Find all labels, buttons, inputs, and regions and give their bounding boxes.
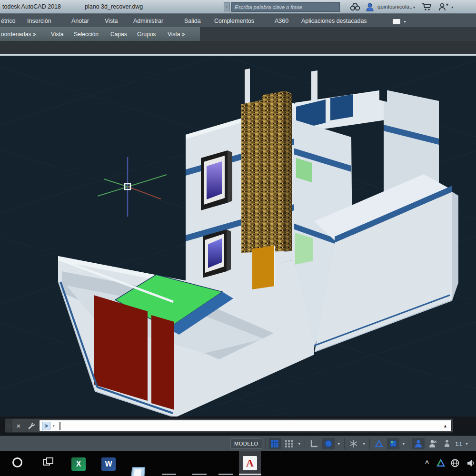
panel-grupos[interactable]: Grupos: [137, 31, 156, 38]
excel-icon[interactable]: X: [71, 457, 86, 471]
command-text-input[interactable]: [59, 421, 458, 431]
word-icon[interactable]: W: [101, 457, 116, 471]
active-app-indicator: [239, 474, 261, 475]
annotation-scale-value[interactable]: 1:1: [456, 441, 462, 446]
tab-salida[interactable]: Salida: [184, 18, 201, 24]
brick-chimney-side-shade: [284, 92, 292, 252]
statusbar-separator: [265, 438, 266, 449]
interior-wall-stub-1: [245, 69, 250, 106]
command-line-strip: :::: × > ▾ ▲: [0, 416, 476, 436]
statusbar-separator: [305, 438, 305, 449]
drawing-viewport[interactable]: [0, 56, 476, 416]
tab-parametrico[interactable]: étrico: [1, 18, 16, 24]
search-expand-button[interactable]: ›: [224, 2, 230, 11]
command-prompt-button[interactable]: >: [42, 422, 50, 430]
tab-a360[interactable]: A360: [275, 18, 288, 24]
house-3d-model[interactable]: [58, 69, 458, 416]
app-title: todesk AutoCAD 2018: [2, 3, 61, 10]
autocad-window: todesk AutoCAD 2018 plano 3d_recover.dwg…: [0, 0, 476, 476]
annotation-autoscale-toggle[interactable]: [426, 438, 439, 449]
panel-capas[interactable]: Capas: [110, 31, 127, 38]
ortho-toggle[interactable]: [308, 438, 320, 449]
command-close-button[interactable]: ×: [12, 419, 25, 432]
username-button[interactable]: quintosnicola..: [377, 4, 413, 10]
ribbon-panel-row: oordenadas » Vista Selección Capas Grupo…: [0, 27, 476, 41]
panel-seleccion[interactable]: Selección: [74, 31, 99, 38]
drive-tray-icon[interactable]: [436, 459, 445, 469]
ribbon-overflow-caret: ▾: [404, 20, 406, 24]
command-history-arrow[interactable]: ▲: [443, 424, 447, 428]
network-globe-icon[interactable]: [450, 458, 460, 470]
search-binoculars-icon[interactable]: [350, 2, 360, 11]
tab-vista[interactable]: Vista: [105, 18, 118, 24]
customize-wrench-icon[interactable]: [25, 419, 37, 432]
tab-complementos[interactable]: Complementos: [214, 18, 254, 24]
crosshair-cursor: [98, 157, 167, 217]
tab-insercion[interactable]: Inserción: [27, 18, 51, 24]
command-line-bar: :::: × > ▾ ▲: [5, 418, 453, 433]
grid-display-toggle[interactable]: [268, 438, 281, 449]
command-input-field[interactable]: > ▾ ▲: [39, 420, 452, 431]
ribbon-display-toggle[interactable]: ▾: [393, 17, 407, 25]
tab-aplicaciones-destacadas[interactable]: Aplicaciones destacadas: [301, 18, 367, 24]
upper-right-wall-notch: [379, 88, 387, 102]
ribbon-tab-row: étrico Inserción Anotar Vista Administra…: [0, 14, 476, 27]
scale-dropdown-caret[interactable]: ▾: [465, 442, 469, 446]
crosshair-y-axis: [98, 175, 167, 196]
share-people-icon[interactable]: [438, 2, 448, 11]
open-app-indicator: [218, 474, 233, 475]
object-snap-3d-toggle[interactable]: [387, 438, 399, 449]
statusbar-separator: [409, 438, 409, 449]
window-lower: [203, 229, 231, 278]
username-dropdown-caret[interactable]: ▾: [413, 5, 415, 10]
ribbon-body-strip: [0, 41, 476, 54]
window-upper-glass: [207, 161, 222, 199]
command-bar-grip[interactable]: ::::: [5, 419, 12, 432]
sign-in-person-icon[interactable]: [365, 2, 375, 11]
crosshair-y-axis-2: [104, 179, 128, 187]
snap-dropdown-caret[interactable]: ▾: [297, 442, 302, 446]
open-app-indicator: [162, 474, 176, 475]
open-app-indicator: [192, 474, 207, 475]
model-space-button[interactable]: MODELO: [230, 438, 262, 449]
text-cursor: [60, 422, 60, 430]
panel-coordenadas[interactable]: oordenadas »: [1, 31, 36, 38]
annotation-scale-icon[interactable]: [441, 438, 453, 449]
tray-expand-chevron[interactable]: ^: [425, 459, 429, 467]
windows-taskbar: X W A ^: [0, 451, 476, 476]
wing-right-edge: [452, 192, 458, 300]
cortana-ring-icon[interactable]: [12, 457, 22, 467]
panel-vista-2[interactable]: Vista »: [168, 31, 185, 38]
maroon-door-1: [94, 295, 148, 401]
viewport-canvas[interactable]: [0, 56, 476, 416]
interior-blue-wall-2: [330, 94, 353, 120]
cart-icon[interactable]: [421, 2, 432, 11]
tab-anotar[interactable]: Anotar: [71, 18, 89, 24]
polar-tracking-toggle[interactable]: [322, 438, 335, 449]
command-dropdown-caret[interactable]: ▾: [53, 424, 55, 428]
interior-wall-stub-2: [311, 70, 317, 105]
object-snap-toggle[interactable]: [373, 438, 385, 449]
volume-icon[interactable]: [466, 459, 476, 469]
autocad-taskbar-cell[interactable]: A: [239, 451, 261, 476]
statusbar-separator: [369, 438, 370, 449]
osnap-dropdown-caret[interactable]: ▾: [401, 442, 406, 446]
tab-administrar[interactable]: Administrar: [133, 18, 163, 24]
annotation-visibility-toggle[interactable]: [412, 438, 425, 449]
orange-door: [252, 246, 275, 289]
help-search-input[interactable]: [231, 2, 340, 12]
notepad-icon[interactable]: [131, 467, 146, 476]
isometric-dropdown-caret[interactable]: ▾: [362, 442, 367, 446]
snap-grid-toggle[interactable]: [283, 438, 295, 449]
ribbon-box-icon: [393, 19, 400, 24]
panel-vista-1[interactable]: Vista: [51, 31, 63, 38]
isometric-drafting-toggle[interactable]: [347, 438, 360, 449]
autocad-icon: A: [243, 456, 257, 470]
polar-dropdown-caret[interactable]: ▾: [337, 442, 341, 446]
statusbar-separator: [344, 438, 345, 449]
task-view-icon[interactable]: [43, 457, 53, 467]
maroon-door-2: [151, 315, 174, 410]
share-dropdown-caret[interactable]: ▾: [451, 5, 453, 10]
green-door: [295, 233, 313, 265]
ribbon-panel-strip: oordenadas » Vista Selección Capas Grupo…: [0, 27, 200, 41]
